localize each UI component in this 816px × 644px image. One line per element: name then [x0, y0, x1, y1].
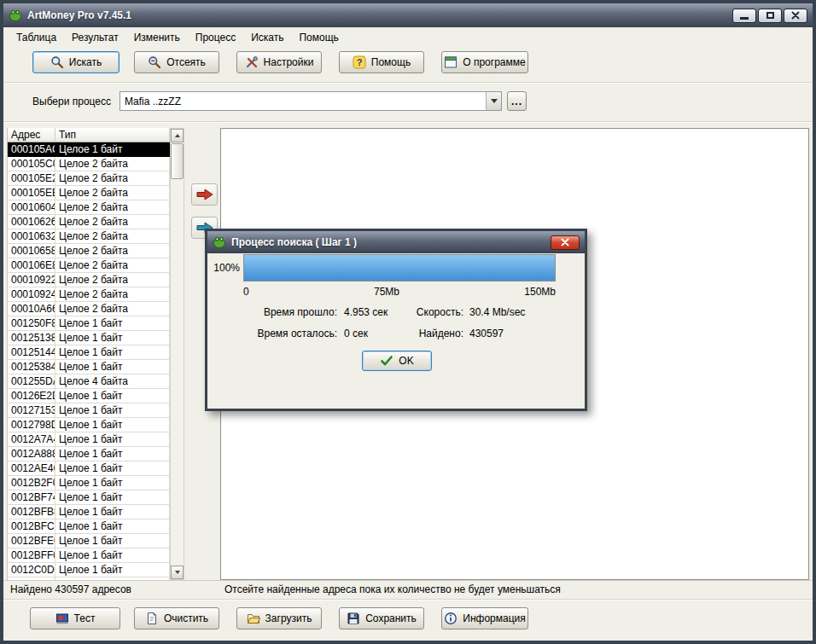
- help-button[interactable]: ? Помощь: [339, 51, 424, 73]
- scrollbar-thumb[interactable]: [171, 143, 184, 179]
- load-button-label: Загрузить: [265, 612, 312, 624]
- help-icon: ?: [353, 55, 366, 69]
- table-row[interactable]: 0012AE4CЦелое 1 байт: [8, 461, 170, 476]
- load-button[interactable]: Загрузить: [236, 607, 322, 629]
- table-row[interactable]: 0012798DЦелое 1 байт: [8, 418, 170, 432]
- table-row[interactable]: 0012BFE0Целое 1 байт: [8, 534, 170, 548]
- process-combobox[interactable]: Mafia ..zzZZ: [119, 91, 502, 111]
- table-row[interactable]: 001250F8Целое 1 байт: [8, 316, 170, 331]
- row-type: Целое 1 байт: [55, 432, 170, 447]
- search-button-label: Искать: [69, 56, 102, 68]
- row-address: 000106E8: [8, 258, 55, 273]
- table-row[interactable]: 00010658Целое 2 байта: [8, 244, 170, 258]
- move-to-table-button[interactable]: [191, 183, 218, 206]
- row-address: 00126E2D: [8, 389, 55, 403]
- row-address: 00010626: [8, 215, 55, 229]
- table-row[interactable]: 000105ACЦелое 1 байт: [8, 142, 170, 157]
- table-row[interactable]: 0012BFCCЦелое 1 байт: [8, 519, 170, 534]
- header-type[interactable]: Тип: [55, 128, 170, 142]
- row-address: 00010924: [8, 287, 55, 302]
- table-row[interactable]: 00010A66Целое 2 байта: [8, 302, 170, 316]
- remaining-value: 0 сек: [344, 328, 368, 339]
- row-address: 0012BFB8: [8, 505, 55, 519]
- row-address: 001255DA: [8, 374, 55, 389]
- menu-process[interactable]: Процесс: [188, 29, 243, 46]
- table-row[interactable]: 0012BFF0Целое 1 байт: [8, 548, 170, 563]
- row-address: 001250F8: [8, 316, 55, 331]
- table-row[interactable]: 00125138Целое 1 байт: [8, 331, 170, 345]
- about-button[interactable]: О программе: [441, 51, 528, 73]
- row-address: 000105C0: [8, 157, 55, 171]
- table-row[interactable]: 000105EEЦелое 2 байта: [8, 186, 170, 200]
- clear-button[interactable]: Очистить: [134, 607, 219, 629]
- table-row[interactable]: 000106E8Целое 2 байта: [8, 258, 170, 273]
- row-type: Целое 1 байт: [55, 563, 170, 577]
- table-row[interactable]: 00125384Целое 1 байт: [8, 360, 170, 374]
- row-type: Целое 1 байт: [55, 360, 170, 374]
- table-row[interactable]: 0012A888Целое 1 байт: [8, 447, 170, 461]
- scroll-up-button[interactable]: [171, 129, 184, 142]
- header-address[interactable]: Адрес: [8, 128, 55, 142]
- sift-button[interactable]: Отсеять: [134, 51, 219, 73]
- table-row[interactable]: 0012B2F0Целое 1 байт: [8, 476, 170, 490]
- status-hint: Отсейте найденные адреса пока их количес…: [224, 583, 561, 595]
- ok-button[interactable]: OK: [362, 351, 432, 371]
- maximize-icon: [766, 12, 774, 19]
- row-type: Целое 2 байта: [55, 186, 170, 200]
- table-row[interactable]: 00125144Целое 1 байт: [8, 345, 170, 360]
- row-type: Целое 1 байт: [55, 316, 170, 331]
- table-row[interactable]: 0012BF74Целое 1 байт: [8, 490, 170, 505]
- table-row[interactable]: 00010632Целое 2 байта: [8, 229, 170, 244]
- menu-search[interactable]: Искать: [243, 29, 291, 46]
- search-progress-dialog: Процесс поиска ( Шаг 1 ) 100% 0 75Mb 150…: [205, 229, 587, 411]
- test-button[interactable]: Тест: [30, 607, 120, 629]
- table-row[interactable]: 0012C0D8Целое 1 байт: [8, 563, 170, 577]
- table-row[interactable]: 0012A7A4Целое 1 байт: [8, 432, 170, 447]
- maximize-button[interactable]: [758, 9, 782, 23]
- remaining-label: Время осталось:: [207, 328, 337, 339]
- scale-min: 0: [243, 286, 249, 298]
- menu-bar: Таблица Результат Изменить Процесс Искат…: [3, 27, 813, 48]
- row-address: 0012A888: [8, 447, 55, 461]
- table-row[interactable]: 001255DAЦелое 4 байта: [8, 374, 170, 389]
- progress-scale: 0 75Mb 150Mb: [243, 286, 556, 298]
- search-button[interactable]: Искать: [32, 51, 119, 73]
- row-address: 0012C0D8: [8, 563, 55, 577]
- app-icon: [9, 9, 22, 22]
- table-row[interactable]: 00010604Целое 2 байта: [8, 200, 170, 215]
- process-combobox-value[interactable]: Mafia ..zzZZ: [120, 96, 486, 107]
- row-address: 00010658: [8, 244, 55, 258]
- row-type: Целое 1 байт: [55, 548, 170, 563]
- scroll-down-button[interactable]: [171, 566, 184, 579]
- menu-help[interactable]: Помощь: [291, 29, 346, 46]
- table-row[interactable]: 00010924Целое 2 байта: [8, 287, 170, 302]
- close-button[interactable]: [784, 9, 807, 23]
- help-button-label: Помощь: [371, 56, 411, 68]
- combobox-dropdown-button[interactable]: [486, 92, 501, 110]
- chevron-down-icon: [491, 99, 498, 107]
- row-type: Целое 2 байта: [55, 200, 170, 215]
- table-row[interactable]: 00127153Целое 1 байт: [8, 403, 170, 418]
- save-button[interactable]: Сохранить: [339, 607, 424, 629]
- table-row[interactable]: 000105E2Целое 2 байта: [8, 171, 170, 186]
- table-row[interactable]: 0012BFB8Целое 1 байт: [8, 505, 170, 519]
- table-row[interactable]: 00126E2DЦелое 1 байт: [8, 389, 170, 403]
- table-row[interactable]: 000105C0Целое 2 байта: [8, 157, 170, 171]
- row-address: 0012AE4C: [8, 461, 55, 476]
- dialog-stats-row: Время прошло: 4.953 сек Скорость: 30.4 M…: [207, 306, 585, 320]
- table-row[interactable]: 00010626Целое 2 байта: [8, 215, 170, 229]
- minimize-button[interactable]: [732, 9, 756, 23]
- menu-table[interactable]: Таблица: [9, 29, 64, 46]
- menu-result[interactable]: Результат: [64, 29, 126, 46]
- settings-button[interactable]: Настройки: [236, 51, 322, 73]
- elapsed-value: 4.953 сек: [344, 306, 388, 318]
- row-type: Целое 2 байта: [55, 244, 170, 258]
- process-browse-button[interactable]: ...: [507, 91, 527, 111]
- menu-edit[interactable]: Изменить: [126, 29, 188, 46]
- row-address: 00125144: [8, 345, 55, 360]
- table-row[interactable]: 00010922Целое 2 байта: [8, 273, 170, 287]
- row-type: Целое 1 байт: [55, 490, 170, 505]
- information-button[interactable]: Информация: [441, 607, 528, 629]
- row-address: 000105E2: [8, 171, 55, 186]
- window-titlebar[interactable]: ArtMoney Pro v7.45.1: [3, 3, 813, 27]
